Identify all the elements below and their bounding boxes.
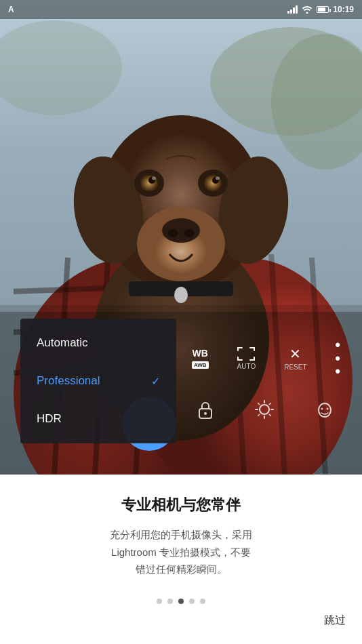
bottom-section: 专业相机与您常伴 充分利用您的手机摄像头，采用Lightroom 专业拍摄模式，…	[0, 475, 362, 644]
svg-point-28	[203, 174, 222, 192]
camera-top-controls: WB AWB AUTO ✕ RESET • • •	[178, 339, 355, 378]
svg-point-34	[174, 287, 188, 303]
dot-5	[200, 599, 205, 604]
bottom-title: 专业相机与您常伴	[121, 495, 241, 515]
wb-label: WB	[193, 348, 208, 359]
lock-exposure-btn[interactable]	[197, 401, 214, 424]
svg-point-49	[321, 407, 323, 409]
svg-point-24	[184, 229, 195, 237]
skip-button[interactable]: 跳过	[324, 613, 346, 628]
battery-icon	[317, 6, 329, 13]
bottom-description: 充分利用您的手机摄像头，采用Lightroom 专业拍摄模式，不要错过任何精彩瞬…	[110, 526, 252, 578]
svg-point-32	[216, 177, 220, 180]
viewfinder-icon	[237, 346, 256, 361]
svg-point-50	[327, 407, 329, 409]
automatic-label: Automatic	[37, 336, 88, 350]
svg-line-46	[269, 403, 270, 405]
svg-point-39	[260, 405, 269, 414]
dot-2	[167, 599, 173, 604]
time-display: 10:19	[333, 5, 354, 14]
dot-4	[189, 599, 195, 604]
svg-point-22	[162, 218, 200, 243]
wifi-icon	[302, 5, 313, 14]
wb-control[interactable]: WB AWB	[192, 348, 209, 369]
svg-point-21	[137, 207, 225, 281]
svg-point-48	[319, 403, 331, 417]
svg-point-27	[140, 174, 159, 192]
exposure-icon	[255, 400, 274, 419]
professional-label: Professional	[37, 374, 100, 388]
svg-line-45	[269, 414, 270, 416]
auto-focus-control[interactable]: AUTO	[237, 346, 256, 370]
dropdown-item-automatic[interactable]: Automatic	[20, 324, 176, 362]
dot-3	[178, 599, 184, 604]
close-icon: ✕	[289, 346, 301, 362]
dropdown-item-professional[interactable]: Professional ✓	[20, 362, 176, 400]
photo-area: Automatic Professional ✓ HDR WB AWB AUTO	[0, 0, 362, 475]
face-detect-btn[interactable]	[315, 401, 335, 424]
pagination-dots	[157, 599, 205, 604]
auto-label: AUTO	[237, 363, 256, 370]
hdr-label: HDR	[37, 412, 62, 426]
dropdown-item-hdr[interactable]: HDR	[20, 400, 176, 438]
status-bar: A 10:19	[0, 0, 362, 19]
exposure-btn[interactable]	[255, 400, 274, 424]
camera-bottom-controls	[176, 400, 355, 424]
svg-point-31	[152, 177, 156, 180]
reset-control[interactable]: ✕ RESET	[284, 346, 306, 371]
svg-point-23	[167, 229, 178, 237]
lock-icon	[197, 401, 214, 420]
face-detect-icon	[315, 401, 335, 420]
carrier-label: A	[8, 5, 14, 14]
dot-1	[157, 599, 162, 604]
svg-line-44	[258, 403, 260, 405]
reset-label: RESET	[284, 363, 306, 371]
status-icons: 10:19	[287, 5, 354, 14]
signal-icon	[287, 5, 298, 14]
wb-badge: AWB	[192, 361, 209, 369]
more-options-btn[interactable]: • • •	[335, 339, 341, 378]
svg-point-38	[204, 412, 207, 415]
svg-line-47	[258, 414, 260, 416]
check-icon: ✓	[151, 375, 160, 388]
mode-dropdown: Automatic Professional ✓ HDR	[20, 319, 176, 443]
